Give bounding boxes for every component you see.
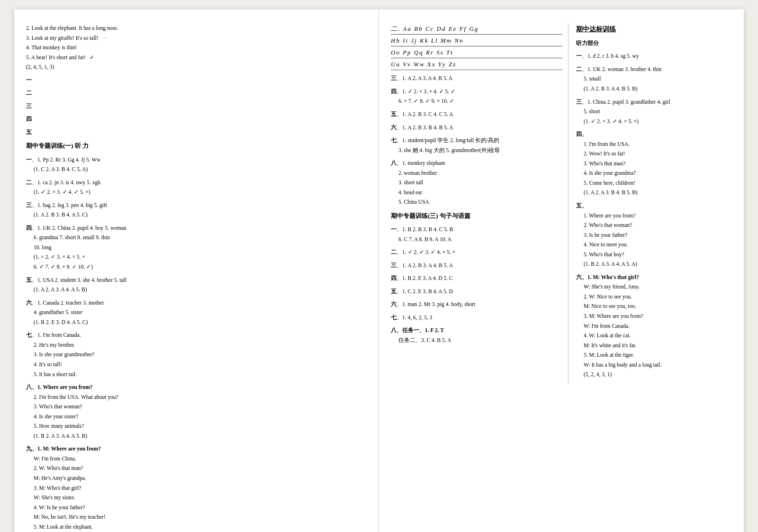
- m3-si-text: 四、1. B 2. E 3. A 4. D 5. C: [391, 274, 562, 283]
- q1-yi: 一、1. Pp 2. Rr 3. Gg 4. Jj 5. Ww (1. C 2.…: [26, 155, 367, 174]
- er-text: 二: [26, 89, 367, 98]
- q1-wu: 五、1. USA 2. student 3. she 4. brother 5.…: [26, 276, 367, 295]
- m3-san-text: 三、1. A 2. B 3. A 4. B 5. A: [391, 261, 562, 271]
- m3-yi: 一、1. B 2. B 3. B 4. C 5. B 6. C 7. A 8. …: [391, 225, 562, 244]
- q1-si-sub4: (1. × 2. ✓ 3. × 4. × 5. ×: [26, 252, 367, 262]
- r-san-text: 三、1. China 2. pupil 3. grandfather 4. gi…: [576, 98, 732, 107]
- ba-result: (1. B 2. A 3. A 4. A 5. B): [26, 432, 367, 441]
- jiu-1: 2. W: Who's that man?: [26, 464, 367, 473]
- q1-wu-text: 五、1. USA 2. student 3. she 4. brother 5.…: [26, 276, 367, 285]
- check-mark-icon: ✓: [90, 53, 94, 63]
- jiu-6: M: No, he isn't. He's my teacher!: [26, 513, 367, 522]
- tingli-title: 听力部分: [576, 39, 732, 48]
- page-container: 2. Look at the elephant. It has a long n…: [14, 9, 744, 532]
- q1-liu-text: 六、1. Canada 2. teacher 3. mother: [26, 298, 367, 308]
- r-wu-0: 1. Where are you from?: [576, 211, 732, 221]
- q1-si-sub2: 6. grandma 7. short 8. small 9. thin: [26, 233, 367, 243]
- m3-wu: 五、1. C 2. E 3. B 4. A 5. D: [391, 287, 562, 297]
- ba-title: 八、1. Where are you from?: [26, 383, 367, 392]
- mid-wu: 五、1. A 2. B 3. C 4. C 5. A: [391, 110, 562, 119]
- r-er-sub: 5. small: [576, 74, 732, 84]
- m3-san: 三、1. A 2. B 3. A 4. B 5. A: [391, 261, 562, 271]
- r-si-2: 3. Who's that man?: [576, 159, 732, 169]
- r-liu-2: M: Nice to see you, too.: [576, 302, 732, 311]
- m3-liu: 六、1. man 2. Mr 3. pig 4. body, short: [391, 300, 562, 309]
- q1-si-sub5: 6. ✓ 7. ✓ 8. × 9. ✓ 10. ✓): [26, 262, 367, 272]
- m3-qi: 七、1. 4, 6, 2, 5, 3: [391, 313, 562, 323]
- qizhong3-label: 期中专题训练(三) 句子与语篇: [391, 211, 562, 221]
- alpha-2: Hh Ii Jj Kk Ll Mm Nn: [391, 36, 562, 46]
- right-answers-column: 期中达标训练 听力部分 一、1. d 2. r 3. h 4. sg 5. wy…: [568, 24, 732, 383]
- r-si: 四、 1. I'm from the USA. 2. Wow! It's so …: [576, 130, 732, 198]
- order-nums: (2, 4, 5, 1, 3): [26, 63, 367, 72]
- mid-si: 四、1. ✓ 2. × 3. × 4. ✓ 5. ✓ 6. × 7. ✓ 8. …: [391, 87, 562, 106]
- q1-er-text: 二、1. ca 2. jn 3. is 4. nwy 5. xgh: [26, 178, 367, 188]
- mid-qi-sub: 3. she 她 4. big 大的 5. grandmother(外)祖母: [391, 146, 562, 155]
- tingli-label: 听力部分: [576, 39, 732, 48]
- r-san-sub: 5. short: [576, 107, 732, 117]
- intro-section: 2. Look at the elephant. It has a long n…: [26, 24, 367, 72]
- qizhong-main-title: 期中达标训练: [576, 24, 732, 35]
- yi-text: 一: [26, 76, 367, 85]
- m3-qi-text: 七、1. 4, 6, 2, 5, 3: [391, 313, 562, 323]
- jiu-2: M: He's Amy's grandpa.: [26, 474, 367, 483]
- q1-si-text: 四、1. UK 2. China 3. pupil 4. boy 5. woma…: [26, 224, 367, 233]
- r-wu-result: (1. B 2. A 3. A 4. A 5. A): [576, 260, 732, 269]
- r-wu-4: 5. Who's that boy?: [576, 250, 732, 260]
- m3-yi-sub: 6. C 7. A 8. B 9. A 10. A: [391, 235, 562, 244]
- r-wu-3: 4. Nice to meet you.: [576, 240, 732, 250]
- mid-liu: 六、1. A 2. B 3. B 4. B 5. A: [391, 123, 562, 133]
- jiu-4: W: She's my sister.: [26, 493, 367, 503]
- line-4-text: 5. A bear! It's short and fat!: [26, 53, 86, 63]
- r-si-0: 1. I'm from the USA.: [576, 140, 732, 149]
- ba-item-2: 4. Is she your sister?: [26, 412, 367, 422]
- mid-si-sub: 6. × 7. ✓ 8. ✓ 9. × 10. ✓: [391, 97, 562, 106]
- q1-san-sub: (1. A 2. B 3. B 4. A 5. C): [26, 210, 367, 220]
- wu-text: 五: [26, 128, 367, 137]
- san-text: 三: [26, 102, 367, 111]
- q1-liu-sub3: (1. B 2. E 3. D 4. A 5. C): [26, 318, 367, 327]
- r-er-sub2: (1. A 2. B 3. A 4. B 5. B): [576, 84, 732, 94]
- line-3: 4. That monkey is thin!: [26, 43, 367, 53]
- page-left: 2. Look at the elephant. It has a long n…: [14, 9, 379, 532]
- mid-ba-item-1: 3. short tall: [391, 178, 562, 188]
- mid-ba-item-3: 5. China USA: [391, 198, 562, 207]
- q1-yi-sub: (1. C 2. A 3. B 4. C 5. A): [26, 165, 367, 174]
- arrow-right-icon: →: [102, 34, 108, 43]
- q1-qi-sub4: 4. It's so tall!: [26, 360, 367, 370]
- r-liu-3: 3. M: Where are you from?: [576, 312, 732, 321]
- r-liu-5: 4. W: Look at the cat.: [576, 331, 732, 341]
- r-yi: 一、1. d 2. r 3. h 4. sg 5. wy: [576, 52, 732, 61]
- m3-er-text: 二、1. ✓ 2. ✓ 3. ✓ 4. × 5. ×: [391, 248, 562, 257]
- q1-qi-sub5: 5. It has a short tail.: [26, 370, 367, 379]
- q1-san-text: 三、1. bag 2. leg 3. pen 4. big 5. gift: [26, 201, 367, 210]
- si-answer: 四: [26, 115, 367, 124]
- r-si-4: 5. Come here, children!: [576, 179, 732, 188]
- r-liu-result: (5, 2, 4, 3, 1): [576, 370, 732, 379]
- r-si-3: 4. Is she your grandma?: [576, 169, 732, 178]
- r-liu: 六、1. M: Who's that girl? W: She's my fri…: [576, 273, 732, 379]
- jiu-5: 4. W: Is he your father?: [26, 503, 367, 513]
- q1-qi-sub2: 2. He's my brother.: [26, 341, 367, 350]
- qizhong1-label: 期中专题训练(一) 听 力: [26, 141, 367, 151]
- q1-er: 二、1. ca 2. jn 3. is 4. nwy 5. xgh (1. ✓ …: [26, 178, 367, 197]
- right-columns: 二. Aa Bb Cc Dd Ee Ff Gg Hh Ii Jj Kk Ll M…: [391, 24, 732, 383]
- wu-answer: 五: [26, 128, 367, 137]
- r-si-result: (1. A 2. A 3. B 4. B 5. B): [576, 188, 732, 198]
- q1-si-sub3: 10. long: [26, 243, 367, 252]
- er-answer: 二: [26, 89, 367, 98]
- m3-ba: 八、任务一、1. F 2. T 任务二、3. C 4. B 5. A: [391, 326, 562, 345]
- q1-qi-text: 七、1. I'm from Canada.: [26, 331, 367, 340]
- si-text: 四: [26, 115, 367, 124]
- ba-section: 八、1. Where are you from? 2. I'm from the…: [26, 383, 367, 441]
- mid-wu-text: 五、1. A 2. B 3. C 4. C 5. A: [391, 110, 562, 119]
- mid-si-text: 四、1. ✓ 2. × 3. × 4. ✓ 5. ✓: [391, 87, 562, 97]
- r-liu-6: M: It's white and it's fat.: [576, 341, 732, 351]
- mid-ba-text: 八、1. monkey elephant: [391, 159, 562, 168]
- middle-column: 二. Aa Bb Cc Dd Ee Ff Gg Hh Ii Jj Kk Ll M…: [391, 24, 568, 383]
- q1-wu-sub: (1. A 2. A 3. A 4. A 5. B): [26, 285, 367, 295]
- q1-liu: 六、1. Canada 2. teacher 3. mother 4. gran…: [26, 298, 367, 327]
- q1-liu-sub2: 4. grandfather 5. sister: [26, 308, 367, 317]
- jiu-0: W: I'm from China.: [26, 454, 367, 464]
- r-liu-7: 5. M: Look at the tiger.: [576, 351, 732, 360]
